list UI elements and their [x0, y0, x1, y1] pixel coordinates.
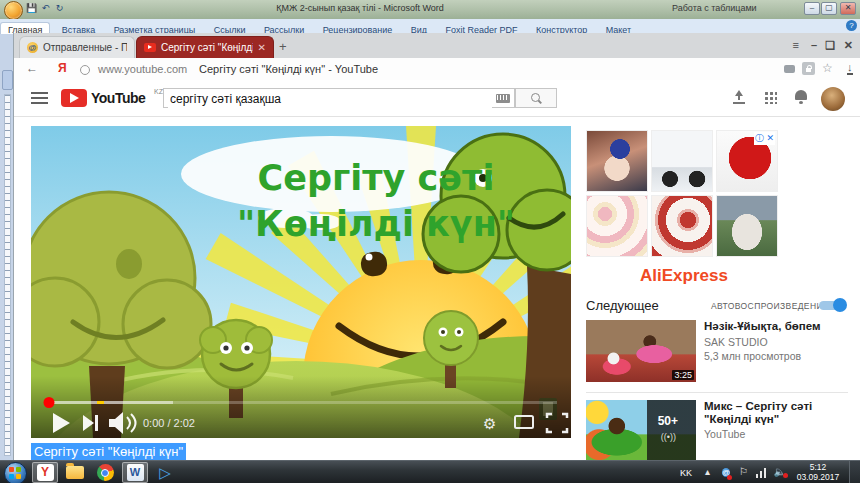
url-page-title: Сергіту сәті "Көңілді күн" - YouTube [199, 63, 378, 75]
video-overlay-title-line1: Сергіту сәті [258, 158, 495, 198]
upnext-header: Следующее АВТОВОСПРОИЗВЕДЕНИЕ [586, 298, 848, 312]
upnext-video-title[interactable]: Нәзік-Ұйықта, бөпем [704, 320, 854, 333]
tab-mail[interactable]: @ Отправленные - Почта Ма [19, 36, 135, 58]
search-icon [531, 93, 540, 102]
upnext-video-channel[interactable]: SAK STUDIO [704, 336, 768, 348]
chrome-icon [97, 464, 114, 481]
tab-close-icon[interactable]: ✕ [258, 42, 266, 53]
word-window-title: ҚМЖ 2-сынып қазақ тілі - Microsoft Word [0, 3, 720, 13]
protect-lock-icon[interactable] [802, 62, 815, 75]
notifications-bell-icon[interactable] [795, 90, 807, 100]
ad-banner[interactable] [586, 130, 782, 260]
browser-menu-icon[interactable]: ≡ [793, 39, 799, 51]
yandex-browser-icon: Y [37, 464, 54, 481]
word-help-icon[interactable]: ? [846, 20, 857, 31]
word-vertical-ruler [0, 34, 14, 460]
word-maximize-button[interactable]: ▢ [821, 2, 837, 15]
ad-product-image[interactable] [651, 130, 713, 192]
divider [586, 392, 848, 393]
ad-product-image[interactable] [716, 195, 778, 257]
show-hidden-icons[interactable]: ▴ [705, 466, 710, 477]
keyboard-icon[interactable] [496, 94, 510, 103]
bookmark-star-icon[interactable]: ☆ [822, 61, 833, 75]
volume-tray-icon[interactable]: 🔈 [774, 466, 786, 477]
youtube-header: YouTube KZ [14, 80, 860, 117]
folder-icon [66, 466, 84, 479]
taskbar-yandex-browser[interactable]: Y [32, 462, 58, 483]
player-time: 0:00 / 2:02 [143, 417, 195, 429]
downloads-icon[interactable]: ↓ [847, 62, 853, 75]
word-icon: W [127, 464, 144, 481]
browser-window: @ Отправленные - Почта Ма Сергіту сәті "… [13, 33, 860, 460]
word-close-button[interactable]: ✕ [840, 2, 856, 15]
youtube-region-label: KZ [154, 88, 163, 95]
feedback-icon[interactable] [784, 65, 795, 73]
browser-address-bar: ← Я www.youtube.com Сергіту сәті "Көңілд… [14, 58, 860, 81]
word-titlebar: 💾 ↶ ↻ ҚМЖ 2-сынып қазақ тілі - Microsoft… [0, 0, 860, 20]
video-frame: Сергіту сәті "Көңілді күн" [31, 126, 571, 438]
show-desktop-button[interactable] [849, 461, 860, 483]
hamburger-menu-icon[interactable] [31, 92, 48, 104]
word-minimize-button[interactable]: – [804, 2, 820, 15]
ad-product-image[interactable] [586, 130, 648, 192]
network-icon[interactable] [756, 467, 768, 478]
language-indicator[interactable]: KK [680, 468, 692, 478]
player-settings-icon[interactable]: ⚙ [483, 415, 496, 432]
upnext-video-views: 5,3 млн просмотров [704, 350, 801, 362]
youtube-page: YouTube KZ [14, 80, 860, 460]
upnext-label: Следующее [586, 298, 659, 313]
user-avatar[interactable] [821, 87, 845, 111]
upnext-thumbnail[interactable]: 3:25 [586, 320, 696, 382]
url-host[interactable]: www.youtube.com [98, 63, 187, 75]
yandex-logo[interactable]: Я [58, 61, 67, 75]
browser-tabstrip: @ Отправленные - Почта Ма Сергіту сәті "… [14, 33, 860, 59]
video-title-selected[interactable]: Сергіту сәті "Көңілді күн" [31, 443, 186, 460]
ad-info-close-icons[interactable]: ⓘ ✕ [754, 132, 775, 145]
word-scrollbar[interactable] [2, 70, 13, 90]
video-overlay-title-line2: "Көңілді күн" [237, 204, 515, 244]
action-center-flag-icon[interactable]: ⚐ [739, 466, 748, 477]
autoplay-toggle[interactable] [819, 301, 845, 310]
ad-product-image[interactable] [651, 195, 713, 257]
tab-video-active[interactable]: Сергіту сәті "Көңілді күн" ✕ [136, 36, 274, 58]
upload-icon[interactable] [732, 90, 746, 104]
search-input[interactable] [168, 90, 492, 108]
search-box [163, 88, 515, 108]
mix-thumbnail[interactable]: 50+ ((•)) [586, 400, 696, 462]
tray-clock[interactable]: 5:12 03.09.2017 [792, 463, 844, 482]
desktop-screenshot: 💾 ↶ ↻ ҚМЖ 2-сынып қазақ тілі - Microsoft… [0, 0, 860, 483]
new-tab-button[interactable]: + [279, 39, 287, 54]
mail-favicon: @ [27, 42, 38, 53]
mix-icon: ((•)) [661, 432, 676, 442]
play-triangle-icon: ▷ [159, 462, 171, 483]
taskbar-word[interactable]: W [122, 462, 148, 483]
apps-grid-icon[interactable] [764, 91, 777, 104]
next-button-bar[interactable] [95, 415, 98, 431]
youtube-logo-icon[interactable] [61, 89, 87, 107]
tray-date: 03.09.2017 [792, 473, 844, 483]
mix-video-title[interactable]: Микс – Сергіту сәті "Көңілді күн" [704, 400, 854, 426]
youtube-logo-text[interactable]: YouTube [91, 90, 145, 106]
taskbar-explorer[interactable] [62, 462, 88, 483]
browser-maximize-button[interactable]: ❑ [825, 39, 835, 52]
ad-brand-logo[interactable]: AliExpress [586, 266, 782, 286]
autoplay-label: АВТОВОСПРОИЗВЕДЕНИЕ [711, 301, 829, 311]
youtube-favicon [144, 43, 156, 52]
autoplay-toggle-knob[interactable] [833, 298, 847, 312]
back-button[interactable]: ← [26, 61, 38, 75]
search-button[interactable] [515, 88, 557, 108]
windows-taskbar: Y W ▷ KK ▴ @ ⚐ 🔈 5:12 03.09.2017 [0, 460, 860, 483]
ad-marker [97, 401, 104, 404]
agent-tray-icon[interactable]: @ [722, 466, 730, 479]
duration-badge: 3:25 [672, 370, 694, 380]
browser-minimize-button[interactable]: – [811, 39, 817, 51]
taskbar-media-player[interactable]: ▷ [152, 462, 178, 483]
taskbar-chrome[interactable] [92, 462, 118, 483]
site-connection-icon[interactable] [80, 65, 90, 75]
start-button[interactable] [4, 462, 27, 483]
video-player[interactable]: Сергіту сәті "Көңілді күн" [31, 126, 571, 438]
scrubber-handle[interactable] [44, 397, 55, 408]
ad-product-image[interactable] [586, 195, 648, 257]
mix-video-channel[interactable]: YouTube [704, 428, 745, 440]
browser-close-button[interactable]: ✕ [844, 39, 853, 52]
